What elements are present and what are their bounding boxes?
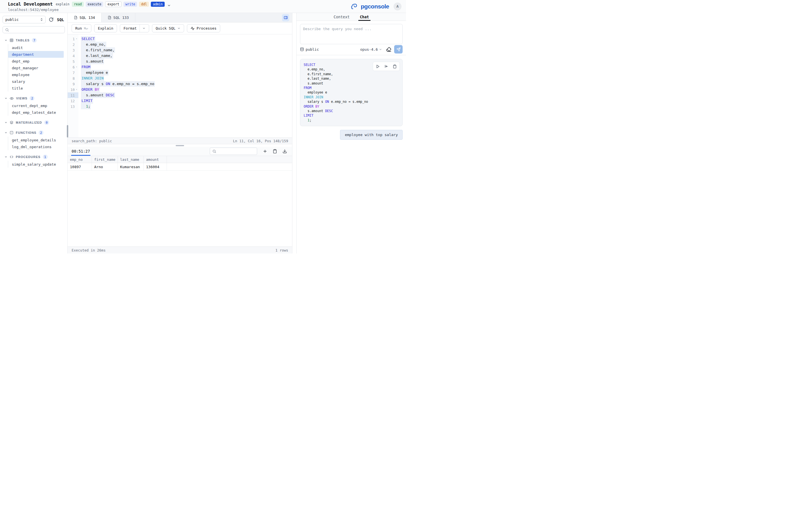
sidebar-item-current_dept_emp[interactable]: current_dept_emp xyxy=(8,102,64,109)
results-empty-area xyxy=(68,171,292,246)
section-header-views[interactable]: VIEWS2 xyxy=(0,95,67,102)
section-header-materialized[interactable]: MATERIALIZED0 xyxy=(0,119,67,126)
format-label: Format xyxy=(123,26,137,31)
column-header-amount[interactable]: amount xyxy=(144,156,167,163)
run-button[interactable]: Run ⌘↵ xyxy=(71,24,91,33)
refresh-icon[interactable] xyxy=(49,17,54,22)
add-result-tab-icon[interactable] xyxy=(263,149,267,154)
permission-badge-explain[interactable]: explain xyxy=(55,2,70,7)
sidebar-resize-handle[interactable] xyxy=(67,125,68,137)
sidebar-section-materialized: MATERIALIZED0 xyxy=(0,119,67,126)
gutter-line: 12 xyxy=(68,98,79,104)
cell-filler xyxy=(167,163,292,171)
code-line: e.first_name, xyxy=(81,47,292,53)
run-snippet-icon[interactable] xyxy=(373,62,382,70)
code-icon xyxy=(10,155,13,159)
sidebar-search-input[interactable] xyxy=(3,26,65,33)
database-icon xyxy=(300,47,304,51)
permission-badge-admin[interactable]: admin xyxy=(151,2,165,7)
schema-context-chip[interactable]: public xyxy=(300,47,319,52)
sidebar-item-department[interactable]: department xyxy=(8,51,64,58)
split-panel-button[interactable] xyxy=(282,14,289,21)
cell-amount[interactable]: 136004 xyxy=(144,163,167,171)
permission-badge-read[interactable]: read xyxy=(72,2,84,7)
sidebar-item-title[interactable]: title xyxy=(8,85,64,92)
download-results-icon[interactable] xyxy=(283,149,287,154)
code-line: s.amount xyxy=(81,59,292,64)
column-header-first_name[interactable]: first_name xyxy=(92,156,118,163)
copy-snippet-icon[interactable] xyxy=(391,62,399,70)
assistant-panel: Context Chat Describe the query you need… xyxy=(296,13,406,253)
pgconsole-logo-icon xyxy=(351,3,358,10)
permission-badge-write[interactable]: write xyxy=(123,2,137,7)
format-dropdown[interactable] xyxy=(140,24,146,32)
chevron-down-icon xyxy=(177,27,181,30)
send-button[interactable] xyxy=(394,45,403,54)
run-shortcut: ⌘↵ xyxy=(84,26,88,31)
search-icon xyxy=(212,149,216,153)
processes-button[interactable]: Processes xyxy=(187,24,220,33)
column-header-emp_no[interactable]: emp_no xyxy=(68,156,92,163)
results-resize-handle[interactable] xyxy=(68,144,292,147)
section-count-badge: 2 xyxy=(39,130,43,135)
sidebar-item-dept_emp_latest_date[interactable]: dept_emp_latest_date xyxy=(8,109,64,116)
schema-context-label: public xyxy=(306,47,319,52)
section-items: simple_salary_update xyxy=(8,161,67,168)
code-line: FROM xyxy=(304,86,399,90)
sidebar-item-dept_emp[interactable]: dept_emp xyxy=(8,58,64,64)
schema-select[interactable]: public xyxy=(3,16,46,23)
insert-to-editor-icon[interactable] xyxy=(382,62,391,70)
editor-toolbar: Run ⌘↵ Explain Format Quick SQL xyxy=(68,22,292,34)
permission-badge-execute[interactable]: execute xyxy=(86,2,103,7)
fold-toggle-icon[interactable]: ▾ xyxy=(75,87,79,93)
tab-sql-134[interactable]: SQL 134 xyxy=(68,13,101,22)
tab-context[interactable]: Context xyxy=(334,13,350,20)
sql-mode-label[interactable]: SQL xyxy=(57,17,64,22)
results-search-input[interactable] xyxy=(210,148,257,155)
tab-label: Chat xyxy=(360,15,369,19)
chat-input[interactable]: Describe the query you need ... xyxy=(300,24,403,44)
sidebar-section-views: VIEWS2current_dept_empdept_emp_latest_da… xyxy=(0,95,67,116)
fold-toggle-icon[interactable]: ▾ xyxy=(75,64,79,70)
sidebar-item-dept_manager[interactable]: dept_manager xyxy=(8,64,64,71)
cell-first_name[interactable]: Arno xyxy=(92,163,118,171)
user-message-bubble: employee with top salary xyxy=(340,130,403,140)
sidebar-item-salary[interactable]: salary xyxy=(8,78,64,85)
file-code-icon xyxy=(108,16,111,19)
activity-icon xyxy=(191,26,195,31)
sql-editor[interactable]: 1▾23456▾78910▾111213 SELECT e.emp_no, e.… xyxy=(68,34,292,137)
format-button[interactable]: Format xyxy=(120,24,149,33)
code-line: FROM xyxy=(81,64,292,70)
explain-button[interactable]: Explain xyxy=(94,24,117,33)
tab-sql-133[interactable]: SQL 133 xyxy=(101,13,135,22)
copy-results-icon[interactable] xyxy=(273,149,277,154)
code-line: s.amount DESC xyxy=(81,93,292,98)
sidebar-section-tables: TABLES7auditdepartmentdept_empdept_manag… xyxy=(0,37,67,92)
section-header-tables[interactable]: TABLES7 xyxy=(0,37,67,44)
result-tab-timer[interactable]: 00:51:27 xyxy=(71,147,90,156)
sidebar-item-audit[interactable]: audit xyxy=(8,44,64,51)
cell-last_name[interactable]: Kumaresan xyxy=(118,163,144,171)
fold-toggle-icon[interactable]: ▾ xyxy=(75,36,79,42)
model-select[interactable]: opus-4.6 xyxy=(360,47,382,52)
code-line: e.last_name, xyxy=(304,76,399,81)
section-header-functions[interactable]: fFUNCTIONS2 xyxy=(0,129,67,136)
assistant-sql-code: SELECT e.emp_no, e.first_name, e.last_na… xyxy=(304,62,399,122)
sidebar-item-simple_salary_update[interactable]: simple_salary_update xyxy=(8,161,64,168)
tab-chat[interactable]: Chat xyxy=(360,13,369,20)
quick-sql-button[interactable]: Quick SQL xyxy=(152,24,184,33)
model-name: opus-4.6 xyxy=(360,47,378,52)
chevron-down-icon[interactable] xyxy=(167,4,171,7)
explain-label: Explain xyxy=(98,26,113,31)
sidebar-item-employee[interactable]: employee xyxy=(8,71,64,78)
permission-badge-export[interactable]: export xyxy=(105,1,121,7)
sidebar-item-log_dml_operations[interactable]: log_dml_operations xyxy=(8,144,64,150)
column-header-last_name[interactable]: last_name xyxy=(118,156,144,163)
avatar[interactable]: A xyxy=(394,3,402,10)
cell-emp_no[interactable]: 10897 xyxy=(68,163,92,171)
clear-chat-icon[interactable] xyxy=(386,47,391,52)
permission-badge-ddl[interactable]: ddl xyxy=(139,2,149,7)
section-header-procedures[interactable]: PROCEDURES1 xyxy=(0,154,67,160)
code-line: ORDER BY xyxy=(81,87,292,93)
sidebar-item-get_employee_details[interactable]: get_employee_details xyxy=(8,136,64,144)
